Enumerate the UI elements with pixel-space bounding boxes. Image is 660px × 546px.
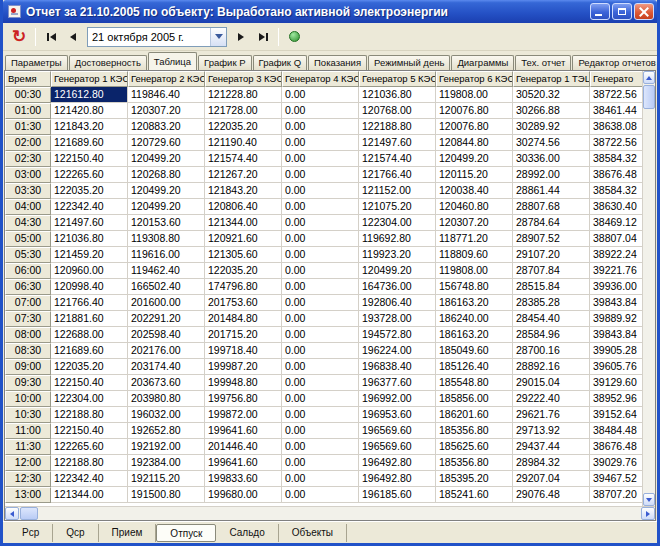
data-cell[interactable]: 196185.60 xyxy=(359,487,436,503)
data-cell[interactable]: 122188.80 xyxy=(51,455,128,471)
data-cell[interactable]: 121497.60 xyxy=(51,215,128,231)
data-cell[interactable]: 199680.00 xyxy=(205,487,282,503)
data-cell[interactable]: 120076.80 xyxy=(436,103,513,119)
status-indicator-icon[interactable] xyxy=(289,31,300,42)
time-cell[interactable]: 02:00 xyxy=(5,135,51,151)
data-cell[interactable]: 120921.60 xyxy=(205,231,282,247)
data-cell[interactable]: 0.00 xyxy=(282,487,359,503)
data-cell[interactable]: 186163.20 xyxy=(436,327,513,343)
data-cell[interactable]: 156748.80 xyxy=(436,279,513,295)
data-cell[interactable]: 120499.20 xyxy=(128,183,205,199)
data-cell[interactable]: 121612.80 xyxy=(51,87,128,103)
data-cell[interactable]: 119692.80 xyxy=(359,231,436,247)
data-cell[interactable]: 121459.20 xyxy=(51,247,128,263)
time-cell[interactable]: 09:00 xyxy=(5,359,51,375)
time-cell[interactable]: 13:00 xyxy=(5,487,51,503)
data-cell[interactable]: 28584.96 xyxy=(513,327,590,343)
data-cell[interactable]: 121344.00 xyxy=(51,487,128,503)
time-cell[interactable]: 06:00 xyxy=(5,263,51,279)
data-cell[interactable]: 38722.56 xyxy=(590,87,642,103)
data-cell[interactable]: 186163.20 xyxy=(436,295,513,311)
date-dropdown-button[interactable] xyxy=(210,28,226,46)
data-cell[interactable]: 0.00 xyxy=(282,327,359,343)
data-cell[interactable]: 0.00 xyxy=(282,247,359,263)
data-cell[interactable]: 0.00 xyxy=(282,295,359,311)
data-cell[interactable]: 185548.80 xyxy=(436,375,513,391)
data-cell[interactable]: 0.00 xyxy=(282,183,359,199)
vertical-scrollbar[interactable] xyxy=(642,71,655,506)
time-cell[interactable]: 05:00 xyxy=(5,231,51,247)
data-cell[interactable]: 199641.60 xyxy=(205,423,282,439)
data-cell[interactable]: 120499.20 xyxy=(359,263,436,279)
data-cell[interactable]: 194572.80 xyxy=(359,327,436,343)
time-cell[interactable]: 09:30 xyxy=(5,375,51,391)
data-cell[interactable]: 121036.80 xyxy=(51,231,128,247)
time-cell[interactable]: 03:30 xyxy=(5,183,51,199)
data-cell[interactable]: 196032.00 xyxy=(128,407,205,423)
header-cell[interactable]: Генератор 3 КЭС xyxy=(205,71,282,87)
data-cell[interactable]: 185126.40 xyxy=(436,359,513,375)
data-cell[interactable]: 121344.00 xyxy=(205,215,282,231)
data-cell[interactable]: 39936.00 xyxy=(590,279,642,295)
data-cell[interactable]: 0.00 xyxy=(282,455,359,471)
data-cell[interactable]: 120499.20 xyxy=(436,151,513,167)
data-cell[interactable]: 185049.60 xyxy=(436,343,513,359)
data-cell[interactable]: 120115.20 xyxy=(436,167,513,183)
data-cell[interactable]: 121267.20 xyxy=(205,167,282,183)
data-cell[interactable]: 119308.80 xyxy=(128,231,205,247)
data-cell[interactable]: 0.00 xyxy=(282,151,359,167)
data-cell[interactable]: 122188.80 xyxy=(51,407,128,423)
data-cell[interactable]: 202598.40 xyxy=(128,327,205,343)
data-cell[interactable]: 28907.52 xyxy=(513,231,590,247)
data-cell[interactable]: 199948.80 xyxy=(205,375,282,391)
data-cell[interactable]: 185356.80 xyxy=(436,423,513,439)
data-cell[interactable]: 29107.20 xyxy=(513,247,590,263)
data-cell[interactable]: 121190.40 xyxy=(205,135,282,151)
data-cell[interactable]: 39467.52 xyxy=(590,471,642,487)
data-cell[interactable]: 121420.80 xyxy=(51,103,128,119)
tab-Параметры[interactable]: Параметры xyxy=(5,55,68,70)
scroll-left-button[interactable] xyxy=(5,507,19,520)
data-cell[interactable]: 28984.32 xyxy=(513,455,590,471)
data-cell[interactable]: 39152.64 xyxy=(590,407,642,423)
time-cell[interactable]: 08:00 xyxy=(5,327,51,343)
data-cell[interactable]: 30266.88 xyxy=(513,103,590,119)
data-cell[interactable]: 38584.32 xyxy=(590,151,642,167)
data-cell[interactable]: 192652.80 xyxy=(128,423,205,439)
scroll-down-button[interactable] xyxy=(643,493,655,506)
time-cell[interactable]: 11:00 xyxy=(5,423,51,439)
tab-Таблица[interactable]: Таблица xyxy=(148,52,197,70)
time-cell[interactable]: 12:00 xyxy=(5,455,51,471)
data-cell[interactable]: 0.00 xyxy=(282,439,359,455)
data-cell[interactable]: 0.00 xyxy=(282,199,359,215)
data-cell[interactable]: 120499.20 xyxy=(128,199,205,215)
data-cell[interactable]: 196569.60 xyxy=(359,439,436,455)
data-cell[interactable]: 120307.20 xyxy=(128,103,205,119)
data-cell[interactable]: 185395.20 xyxy=(436,471,513,487)
bottom-tab-Объекты[interactable]: Объекты xyxy=(279,524,347,542)
data-cell[interactable]: 185856.00 xyxy=(436,391,513,407)
data-cell[interactable]: 28454.40 xyxy=(513,311,590,327)
time-cell[interactable]: 01:30 xyxy=(5,119,51,135)
data-cell[interactable]: 122688.00 xyxy=(51,327,128,343)
data-cell[interactable]: 203673.60 xyxy=(128,375,205,391)
data-cell[interactable]: 121305.60 xyxy=(205,247,282,263)
data-cell[interactable]: 121843.20 xyxy=(205,183,282,199)
data-cell[interactable]: 192115.20 xyxy=(128,471,205,487)
data-cell[interactable]: 39605.76 xyxy=(590,359,642,375)
time-cell[interactable]: 07:30 xyxy=(5,311,51,327)
data-cell[interactable]: 199756.80 xyxy=(205,391,282,407)
data-cell[interactable]: 121036.80 xyxy=(359,87,436,103)
data-cell[interactable]: 120998.40 xyxy=(51,279,128,295)
data-cell[interactable]: 39029.76 xyxy=(590,455,642,471)
data-cell[interactable]: 120460.80 xyxy=(436,199,513,215)
data-cell[interactable]: 201753.60 xyxy=(205,295,282,311)
data-cell[interactable]: 199987.20 xyxy=(205,359,282,375)
data-cell[interactable]: 38461.44 xyxy=(590,103,642,119)
header-cell[interactable]: Генератор 4 КЭС xyxy=(282,71,359,87)
data-cell[interactable]: 121843.20 xyxy=(51,119,128,135)
time-cell[interactable]: 12:30 xyxy=(5,471,51,487)
bottom-tab-Qср[interactable]: Qср xyxy=(53,524,98,542)
data-cell[interactable]: 39129.60 xyxy=(590,375,642,391)
data-cell[interactable]: 38722.56 xyxy=(590,135,642,151)
